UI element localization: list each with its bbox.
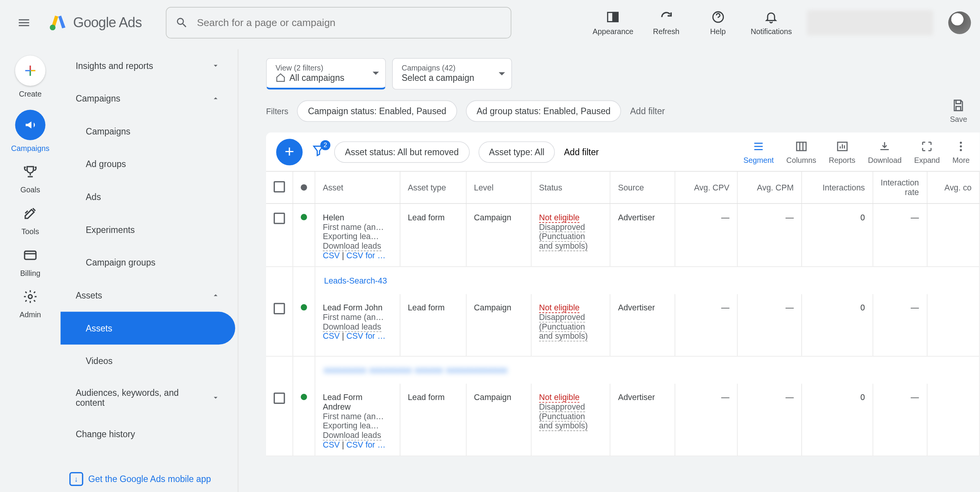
nav-sub-campaigns[interactable]: Campaigns [60, 115, 235, 148]
col-interaction-rate[interactable]: Interaction rate [873, 172, 927, 203]
cell-rate: — [873, 294, 927, 356]
download-button[interactable]: Download [868, 139, 902, 164]
search-input[interactable] [197, 17, 501, 28]
nav-sub-videos[interactable]: Videos [60, 344, 235, 377]
rail-campaigns[interactable]: Campaigns [11, 110, 49, 153]
segment-button[interactable]: Segment [743, 139, 774, 164]
csv-for-link[interactable]: CSV for … [346, 440, 385, 449]
table-row[interactable]: Lead FormAndrew First name (an… Exportin… [266, 384, 980, 456]
nav-sub-experiments[interactable]: Experiments [60, 213, 235, 246]
rail-admin[interactable]: Admin [20, 289, 41, 319]
asset-title: Lead FormAndrew [323, 392, 392, 411]
columns-button[interactable]: Columns [786, 139, 816, 164]
select-all-checkbox[interactable] [274, 181, 285, 192]
col-asset[interactable]: Asset [315, 172, 400, 203]
col-status[interactable]: Status [531, 172, 610, 203]
table-add-filter[interactable]: Add filter [564, 147, 599, 157]
campaign-header-row: Leads-Search-43 [266, 267, 980, 294]
side-nav: Insights and reports Campaigns Campaigns… [60, 49, 238, 492]
rail-billing-label: Billing [20, 269, 41, 278]
svg-point-5 [28, 295, 32, 298]
create-button[interactable]: Create [15, 56, 46, 98]
campaign-selector[interactable]: Campaigns (42) Select a campaign [392, 58, 512, 90]
nav-sub-assets[interactable]: Assets [60, 312, 235, 345]
filter-chip-campaign-status[interactable]: Campaign status: Enabled, Paused [297, 100, 457, 122]
megaphone-icon [23, 118, 37, 132]
col-interactions[interactable]: Interactions [802, 172, 873, 203]
csv-link[interactable]: CSV [323, 331, 340, 341]
rail-billing[interactable]: Billing [20, 248, 41, 278]
svg-point-0 [50, 25, 56, 30]
csv-for-link[interactable]: CSV for … [346, 331, 385, 341]
trophy-icon [23, 164, 38, 179]
filter-chip-adgroup-status[interactable]: Ad group status: Enabled, Paused [466, 100, 621, 122]
campaign-link[interactable]: Leads-Search-43 [324, 276, 387, 285]
avatar[interactable] [948, 11, 971, 34]
appearance-button[interactable]: Appearance [593, 10, 634, 36]
more-button[interactable]: More [952, 139, 970, 164]
nav-change-history[interactable]: Change history [60, 418, 235, 451]
rail-tools[interactable]: Tools [21, 206, 39, 236]
help-button[interactable]: Help [699, 10, 737, 36]
notifications-label: Notifications [751, 27, 792, 36]
row-checkbox[interactable] [274, 213, 285, 224]
add-filter-button[interactable]: Add filter [630, 106, 665, 116]
search-box[interactable] [166, 7, 511, 38]
chevron-up-icon [211, 291, 220, 300]
col-avg-cpv[interactable]: Avg. CPV [675, 172, 737, 203]
nav-insights[interactable]: Insights and reports [60, 49, 235, 82]
filter-button[interactable]: 2 [312, 144, 325, 160]
chip-asset-status[interactable]: Asset status: All but removed [334, 141, 469, 162]
csv-link[interactable]: CSV [323, 251, 340, 260]
cell-source: Advertiser [610, 384, 675, 456]
refresh-button[interactable]: Refresh [647, 10, 685, 36]
csv-link[interactable]: CSV [323, 440, 340, 449]
col-avg-cpm[interactable]: Avg. CPM [737, 172, 802, 203]
nav-audiences[interactable]: Audiences, keywords, and content [60, 377, 235, 418]
nav-sub-campaign-groups[interactable]: Campaign groups [60, 246, 235, 279]
nav-campaigns[interactable]: Campaigns [60, 82, 235, 115]
status-dot [301, 304, 307, 310]
nav-sub-adgroups[interactable]: Ad groups [60, 148, 235, 180]
refresh-icon [659, 10, 673, 24]
view-selector[interactable]: View (2 filters) All campaigns [266, 58, 386, 90]
download-leads-link[interactable]: Download leads [323, 241, 381, 251]
menu-button[interactable] [9, 8, 39, 38]
col-asset-type[interactable]: Asset type [400, 172, 466, 203]
cell-cpv: — [675, 203, 737, 267]
filter-row: Filters Campaign status: Enabled, Paused… [266, 98, 980, 124]
download-leads-link[interactable]: Download leads [323, 430, 381, 440]
add-asset-button[interactable]: + [276, 139, 302, 165]
appearance-icon [606, 10, 620, 24]
table-row[interactable]: Lead Form John First name (an… Download … [266, 294, 980, 356]
col-level[interactable]: Level [466, 172, 531, 203]
row-checkbox[interactable] [274, 392, 285, 404]
download-leads-link[interactable]: Download leads [323, 322, 381, 332]
chevron-down-icon [211, 61, 220, 70]
account-selector[interactable] [807, 10, 933, 35]
chip-asset-type[interactable]: Asset type: All [478, 141, 555, 162]
logo[interactable]: Google Ads [48, 13, 142, 32]
csv-for-link[interactable]: CSV for … [346, 251, 385, 260]
notifications-button[interactable]: Notifications [751, 10, 792, 36]
main-content: View (2 filters) All campaigns Campaigns… [241, 49, 980, 492]
reports-button[interactable]: Reports [829, 139, 855, 164]
rail-goals[interactable]: Goals [20, 164, 40, 194]
bell-icon [764, 10, 778, 24]
col-source[interactable]: Source [610, 172, 675, 203]
expand-button[interactable]: Expand [914, 139, 940, 164]
col-avg-cost[interactable]: Avg. co [927, 172, 979, 203]
campaign-link[interactable]: xxxxxxxxx xxxxxxxxx xxxxxx xxxxxxxxxxxxx [324, 365, 508, 375]
status-dot-header[interactable] [301, 184, 307, 190]
table-header-row: Asset Asset type Level Status Source Avg… [266, 172, 980, 203]
mobile-app-cta[interactable]: ↓ Get the Google Ads mobile app [69, 472, 211, 486]
app-header: Google Ads Appearance Refresh Help Notif… [0, 0, 980, 46]
mobile-app-link[interactable]: Get the Google Ads mobile app [88, 474, 211, 484]
svg-rect-4 [24, 251, 36, 259]
table-row[interactable]: Helen First name (an… Exporting lea… Dow… [266, 203, 980, 267]
row-checkbox[interactable] [274, 303, 285, 315]
nav-assets[interactable]: Assets [60, 279, 235, 312]
refresh-label: Refresh [653, 27, 679, 36]
nav-sub-ads[interactable]: Ads [60, 180, 235, 213]
save-button[interactable]: Save [950, 98, 967, 124]
